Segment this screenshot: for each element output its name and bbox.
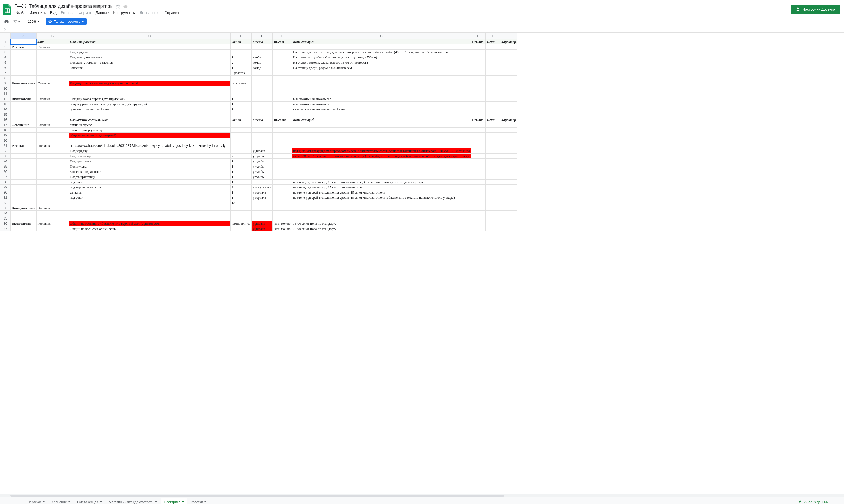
cell-C7[interactable] bbox=[69, 70, 230, 76]
cell-J16[interactable]: Характер bbox=[500, 117, 517, 122]
cell-G11[interactable] bbox=[292, 91, 471, 96]
cell-B33[interactable]: Гостиная bbox=[36, 205, 69, 211]
cell-G9[interactable] bbox=[292, 81, 471, 86]
cell-B8[interactable] bbox=[36, 76, 69, 81]
row-header-25[interactable]: 25 bbox=[0, 164, 11, 169]
cell-J15[interactable] bbox=[500, 112, 517, 117]
row-header-28[interactable]: 28 bbox=[0, 180, 11, 185]
row-header-5[interactable]: 5 bbox=[0, 60, 11, 65]
row-header-6[interactable]: 6 bbox=[0, 65, 11, 70]
cell-G26[interactable] bbox=[292, 169, 471, 174]
row-header-8[interactable]: 8 bbox=[0, 76, 11, 81]
cell-F14[interactable] bbox=[273, 107, 292, 112]
cell-G37[interactable]: 75-90 см от пола по стандарту bbox=[292, 226, 471, 232]
cell-B22[interactable] bbox=[36, 148, 69, 154]
col-header-J[interactable]: J bbox=[500, 33, 517, 39]
cell-A1[interactable] bbox=[11, 39, 37, 44]
cell-E4[interactable]: тумба bbox=[252, 55, 273, 60]
row-header-3[interactable]: 3 bbox=[0, 50, 11, 55]
cell-J13[interactable] bbox=[500, 102, 517, 107]
cell-H2[interactable] bbox=[471, 44, 486, 50]
cell-B26[interactable] bbox=[36, 169, 69, 174]
sheet-tab-смета-общая[interactable]: Смета общая bbox=[74, 498, 105, 504]
cell-D30[interactable]: 1 bbox=[230, 190, 252, 195]
cell-I7[interactable] bbox=[486, 70, 500, 76]
cell-H8[interactable] bbox=[471, 76, 486, 81]
cell-A17[interactable]: Освещение bbox=[11, 122, 37, 128]
cell-C12[interactable]: Общая у входа справа (дублирующая) bbox=[69, 96, 230, 102]
cell-G28[interactable]: на стене, где телевизор, 15 см от чистов… bbox=[292, 180, 471, 185]
row-header-19[interactable]: 19 bbox=[0, 133, 11, 138]
cell-D22[interactable]: 2 bbox=[230, 148, 252, 154]
row-header-31[interactable]: 31 bbox=[0, 195, 11, 200]
cell-I19[interactable] bbox=[486, 133, 500, 138]
cell-F10[interactable] bbox=[273, 86, 292, 91]
cell-F11[interactable] bbox=[273, 91, 292, 96]
cell-E8[interactable] bbox=[252, 76, 273, 81]
cell-C22[interactable]: Под зарядку bbox=[69, 148, 230, 154]
cell-G29[interactable]: на стене, где телевизор, 15 см от чистов… bbox=[292, 185, 471, 190]
cell-H17[interactable] bbox=[471, 122, 486, 128]
cell-D33[interactable] bbox=[230, 205, 252, 211]
cell-C13[interactable]: общая у розетки под лампу у кровати (дуб… bbox=[69, 102, 230, 107]
cell-J4[interactable] bbox=[500, 55, 517, 60]
cell-C15[interactable] bbox=[69, 112, 230, 117]
cell-J25[interactable] bbox=[500, 164, 517, 169]
cell-J2[interactable] bbox=[500, 44, 517, 50]
cell-B21[interactable]: Гостиная bbox=[36, 143, 69, 148]
sheet-tab-магазины---что-где-смотреть[interactable]: Магазины - что где смотреть bbox=[106, 498, 160, 504]
cell-E22[interactable]: у дивана bbox=[252, 148, 273, 154]
cell-B18[interactable] bbox=[36, 128, 69, 133]
sheet-tab-чертежи[interactable]: Чертежи bbox=[24, 498, 48, 504]
cell-I29[interactable] bbox=[486, 185, 500, 190]
cell-F35[interactable] bbox=[273, 216, 292, 221]
cell-G13[interactable]: выключать и включать все bbox=[292, 102, 471, 107]
cell-B13[interactable] bbox=[36, 102, 69, 107]
cell-C17[interactable]: лампа на тумбе bbox=[69, 122, 230, 128]
cell-I34[interactable] bbox=[486, 211, 500, 216]
cell-G5[interactable]: На стене у комода, слева, высота 15 см о… bbox=[292, 60, 471, 65]
cell-J9[interactable] bbox=[500, 81, 517, 86]
col-header-C[interactable]: C bbox=[69, 33, 230, 39]
cell-F20[interactable] bbox=[273, 138, 292, 143]
cell-I6[interactable] bbox=[486, 65, 500, 70]
cell-E34[interactable] bbox=[252, 211, 273, 216]
cell-G31[interactable]: на стене у дверей в спальню, на уровне 1… bbox=[292, 195, 471, 200]
cell-H11[interactable] bbox=[471, 91, 486, 96]
cell-F26[interactable] bbox=[273, 169, 292, 174]
col-header-I[interactable]: I bbox=[486, 33, 500, 39]
cell-F19[interactable] bbox=[273, 133, 292, 138]
cell-B3[interactable] bbox=[36, 50, 69, 55]
row-header-29[interactable]: 29 bbox=[0, 185, 11, 190]
cell-A15[interactable] bbox=[11, 112, 37, 117]
cell-C3[interactable]: Под зарядки bbox=[69, 50, 230, 55]
row-header-35[interactable]: 35 bbox=[0, 216, 11, 221]
cell-H6[interactable] bbox=[471, 65, 486, 70]
cell-F7[interactable] bbox=[273, 70, 292, 76]
cell-B1[interactable]: Зона bbox=[36, 39, 69, 44]
cell-H21[interactable] bbox=[471, 143, 486, 148]
cell-G14[interactable]: включать и выключать верхний свет bbox=[292, 107, 471, 112]
cell-B10[interactable] bbox=[36, 86, 69, 91]
cell-E6[interactable]: комод bbox=[252, 65, 273, 70]
cell-B34[interactable] bbox=[36, 211, 69, 216]
sheet-tab-хранение[interactable]: Хранение bbox=[48, 498, 73, 504]
cell-C35[interactable] bbox=[69, 216, 230, 221]
cell-G17[interactable] bbox=[292, 122, 471, 128]
cell-G36[interactable]: 75-90 см от пола по стандарту bbox=[292, 221, 471, 226]
spreadsheet-grid[interactable]: ABCDEFGHIJ 1ЗонаПод что розеткакол-воМес… bbox=[0, 33, 517, 232]
share-button[interactable]: Настройки Доступа bbox=[791, 5, 840, 14]
cell-I25[interactable] bbox=[486, 164, 500, 169]
cell-J28[interactable] bbox=[500, 180, 517, 185]
cell-E20[interactable] bbox=[252, 138, 273, 143]
cell-I20[interactable] bbox=[486, 138, 500, 143]
cell-C6[interactable]: Запасная bbox=[69, 65, 230, 70]
cell-D3[interactable]: 3 bbox=[230, 50, 252, 55]
cell-D12[interactable]: 1 bbox=[230, 96, 252, 102]
cell-J23[interactable] bbox=[500, 154, 517, 159]
row-header-23[interactable]: 23 bbox=[0, 154, 11, 159]
cell-E15[interactable] bbox=[252, 112, 273, 117]
cell-G16[interactable]: Комментарий bbox=[292, 117, 471, 122]
menu-данные[interactable]: Данные bbox=[94, 10, 111, 15]
cell-E28[interactable] bbox=[252, 180, 273, 185]
